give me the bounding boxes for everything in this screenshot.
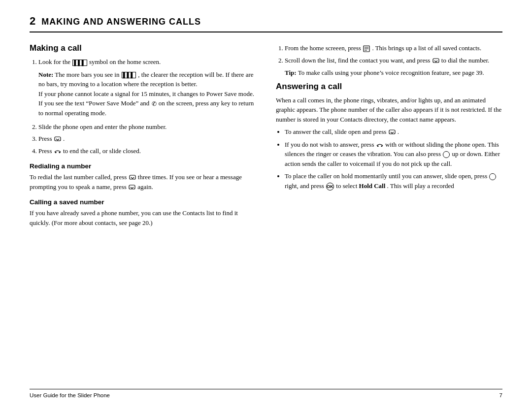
- step4-text-after: to end the call, or slide closed.: [63, 147, 141, 155]
- phone-icon: ✆: [152, 99, 157, 108]
- tip-block: Tip: To make calls using your phone’s vo…: [285, 68, 502, 78]
- redialing-text-1: To redial the last number called, press: [30, 173, 129, 181]
- nav-icon-hold: [489, 173, 496, 180]
- signal-bars-icon-2: ▌▌▌: [122, 72, 136, 78]
- chapter-number: 2: [30, 15, 35, 28]
- saved-step1-text: From the home screeen, press: [285, 44, 363, 52]
- chapter-header: 2 Making and Answering Calls: [30, 15, 502, 32]
- redialing-text-3: again.: [137, 183, 153, 191]
- send-icon-step3: [54, 135, 61, 142]
- note-label: Note:: [38, 71, 53, 78]
- making-call-step-3: Press .: [38, 134, 256, 144]
- making-call-step-2: Slide the phone open and enter the phone…: [38, 122, 256, 132]
- send-icon-redial-2: [129, 184, 135, 191]
- answering-bullet-1: To answer the call, slide open and press…: [285, 127, 502, 137]
- footer: User Guide for the Slider Phone 7: [30, 389, 502, 398]
- answer-bullet3-text-3: to select: [336, 182, 359, 190]
- send-icon-saved: [432, 57, 439, 64]
- saved-number-heading: Calling a saved number: [30, 198, 256, 206]
- answer-bullet3-text-4: . This will play a recorded: [387, 182, 454, 190]
- note-block: Note: The more bars you see in ▌▌▌ , the…: [38, 70, 256, 118]
- step1-text-after: symbol on the home screen.: [89, 58, 161, 65]
- page-container: 2 Making and Answering Calls Making a ca…: [0, 0, 532, 413]
- step1-text: Look for the: [38, 58, 72, 65]
- footer-page-number: 7: [499, 392, 502, 398]
- answering-call-bullets: To answer the call, slide open and press…: [285, 127, 502, 191]
- send-icon-answer: [389, 128, 396, 135]
- making-call-steps: Look for the ▌▌▌ symbol on the home scre…: [38, 57, 256, 156]
- svg-rect-1: [55, 152, 56, 153]
- answering-bullet-3: To place the caller on hold momentarily …: [285, 171, 502, 191]
- calling-saved-steps: From the home screeen, press . This brin…: [285, 43, 502, 78]
- answer-bullet1-text: To answer the call, slide open and press: [285, 128, 388, 135]
- answer-bullet3-text: To place the caller on hold momentarily …: [285, 172, 489, 180]
- end-icon-step4: [54, 149, 61, 154]
- answer-bullet1-period: .: [398, 128, 399, 135]
- left-column: Making a call Look for the ▌▌▌ symbol on…: [30, 43, 256, 379]
- hold-call-bold: Hold Call: [359, 182, 386, 190]
- note-text: The more bars you see in: [55, 71, 121, 78]
- right-column: From the home screeen, press . This brin…: [276, 43, 502, 379]
- contacts-icon: [363, 45, 370, 52]
- signal-bars-icon: ▌▌▌: [72, 60, 87, 66]
- ok-icon: OK: [326, 183, 334, 191]
- making-call-step-4: Press to end the call, or slide closed.: [38, 146, 256, 156]
- tip-label: Tip:: [285, 69, 297, 76]
- saved-step2-text-after: to dial the number.: [441, 57, 489, 64]
- redialing-heading: Redialing a number: [30, 162, 256, 170]
- step2-text: Slide the phone open and enter the phone…: [38, 123, 166, 130]
- send-icon-redial: [129, 174, 136, 181]
- saved-step1-text-after: . This brings up a list of all saved con…: [372, 44, 481, 52]
- calling-saved-step-2: Scroll down the list, find the contact y…: [285, 56, 502, 78]
- step3-text: Press: [38, 135, 54, 142]
- chapter-title: Making and Answering Calls: [41, 17, 201, 27]
- step3-period: .: [63, 135, 65, 142]
- answering-bullet-2: If you do not wish to answer, press with…: [285, 140, 502, 169]
- making-call-heading: Making a call: [30, 43, 256, 53]
- tip-text: To make calls using your phone’s voice r…: [298, 69, 484, 76]
- saved-number-text: If you have already saved a phone number…: [30, 208, 256, 227]
- answering-call-heading: Answering a call: [276, 82, 502, 92]
- step4-text: Press: [38, 147, 54, 155]
- svg-rect-2: [59, 152, 60, 153]
- saved-step2-text: Scroll down the list, find the contact y…: [285, 57, 432, 64]
- answering-call-intro: When a call comes in, the phone rings, v…: [276, 95, 502, 125]
- redialing-text: To redial the last number called, press …: [30, 172, 256, 191]
- answer-bullet2-text: If you do not wish to answer, press: [285, 141, 376, 148]
- calling-saved-step-1: From the home screeen, press . This brin…: [285, 43, 502, 53]
- svg-rect-12: [381, 145, 382, 146]
- footer-left: User Guide for the Slider Phone: [30, 392, 110, 398]
- nav-icon-answer: [443, 151, 450, 158]
- two-column-layout: Making a call Look for the ▌▌▌ symbol on…: [30, 43, 502, 379]
- end-icon-answer: [376, 142, 383, 147]
- making-call-step-1: Look for the ▌▌▌ symbol on the home scre…: [38, 57, 256, 118]
- svg-rect-11: [377, 145, 378, 146]
- answer-bullet3-text-2: right, and press: [285, 182, 326, 190]
